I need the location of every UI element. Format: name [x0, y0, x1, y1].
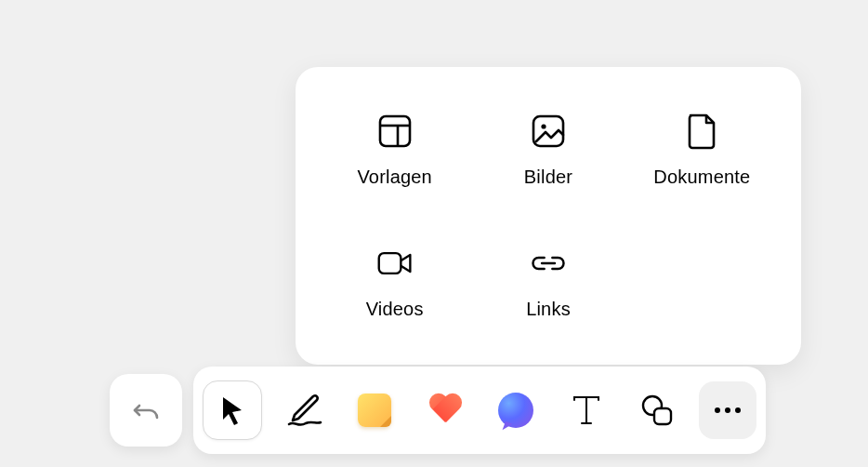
text-tool-button[interactable] [558, 381, 615, 439]
popup-item-label: Videos [366, 299, 424, 320]
main-toolbar [193, 367, 766, 454]
svg-point-9 [715, 407, 720, 413]
shapes-tool-button[interactable] [628, 381, 686, 439]
more-icon [714, 407, 742, 414]
templates-icon [376, 113, 414, 150]
more-tools-button[interactable] [699, 381, 756, 439]
sticky-note-tool-button[interactable] [346, 381, 403, 439]
draw-tool-button[interactable] [275, 381, 333, 439]
image-icon [530, 113, 567, 150]
chat-bubble-icon [498, 393, 533, 428]
svg-point-11 [735, 407, 741, 413]
heart-icon [427, 394, 463, 426]
popup-item-label: Bilder [524, 167, 572, 188]
shapes-icon [639, 394, 675, 427]
like-tool-button[interactable] [416, 381, 474, 439]
popup-item-videos[interactable]: Videos [318, 221, 471, 342]
undo-icon [130, 394, 162, 426]
undo-button[interactable] [110, 374, 182, 447]
svg-rect-8 [654, 408, 671, 424]
add-content-popup: Vorlagen Bilder Dokumente [296, 67, 801, 365]
popup-item-label: Dokumente [653, 167, 750, 188]
popup-item-label: Vorlagen [357, 167, 432, 188]
svg-point-4 [541, 124, 546, 128]
popup-item-links[interactable]: Links [471, 221, 625, 342]
popup-item-label: Links [526, 299, 571, 320]
comment-tool-button[interactable] [487, 381, 545, 439]
popup-item-images[interactable]: Bilder [471, 89, 625, 210]
text-icon [572, 394, 601, 426]
bottom-toolbar-wrap [110, 367, 766, 454]
sticky-note-icon [358, 394, 391, 427]
document-icon [683, 113, 720, 150]
popup-item-documents[interactable]: Dokumente [625, 89, 779, 210]
svg-rect-5 [378, 253, 401, 274]
svg-rect-0 [380, 116, 410, 146]
svg-point-10 [725, 407, 730, 413]
popup-item-templates[interactable]: Vorlagen [318, 89, 471, 210]
cursor-icon [219, 395, 245, 425]
select-tool-button[interactable] [203, 380, 262, 440]
link-icon [530, 245, 567, 282]
pen-icon [285, 393, 322, 428]
video-icon [376, 245, 414, 282]
